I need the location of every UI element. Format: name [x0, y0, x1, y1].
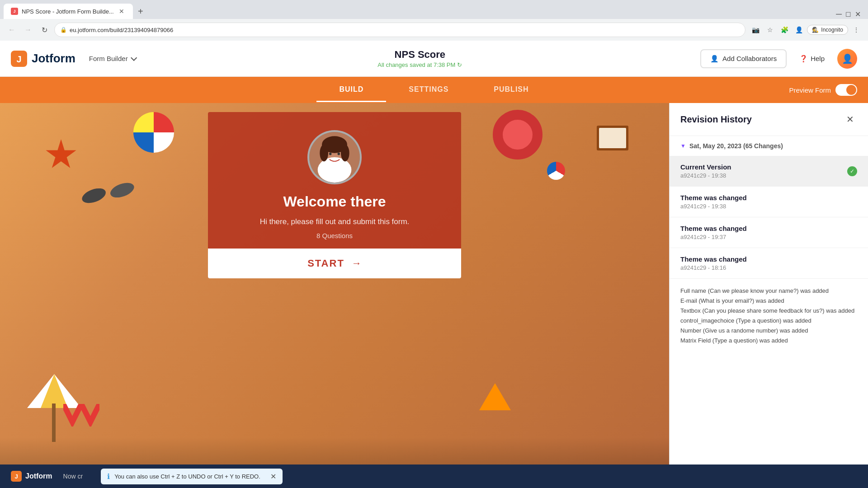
nav-actions: 📷 ☆ 🧩 👤 🕵 Incognito ⋮	[749, 23, 863, 36]
bottom-logo-icon: J	[11, 471, 22, 482]
svg-point-8	[329, 153, 332, 155]
revision-change-4: Number (Give us a randome number) was ad…	[680, 326, 857, 336]
revision-change-0: Full name (Can we please know your name?…	[680, 286, 857, 296]
form-welcome-title: Welcome there	[226, 193, 443, 210]
extensions-button[interactable]: 🧩	[778, 23, 791, 36]
revision-list: Current Version a9241c29 - 19:38 ✓ Theme…	[670, 156, 868, 465]
person-add-icon: 👤	[710, 55, 719, 63]
svg-text:J: J	[14, 473, 18, 480]
info-toast: ℹ You can also use Ctrl + Z to UNDO or C…	[101, 469, 283, 484]
triangle-decoration	[479, 383, 511, 410]
bookmark-button[interactable]: ☆	[764, 23, 776, 36]
refresh-button[interactable]: ↻	[38, 23, 51, 36]
header-center: NPS Score All changes saved at 7:38 PM ↻	[149, 49, 691, 68]
avatar[interactable]: 👤	[837, 49, 857, 69]
bottom-logo-text: Jotform	[25, 472, 52, 480]
form-card: Welcome there Hi there, please fill out …	[208, 112, 461, 278]
form-description: Hi there, please fill out and submit thi…	[226, 217, 443, 226]
bottom-bar: J Jotform Now cr ℹ You can also use Ctrl…	[0, 465, 868, 488]
active-tab[interactable]: J NPS Score - Jotform Form Builde... ✕	[4, 4, 133, 19]
starfish-decoration	[45, 139, 77, 171]
save-status: All changes saved at 7:38 PM ↻	[377, 61, 462, 68]
revision-item-2-title: Theme was changed	[680, 225, 857, 232]
address-bar[interactable]: 🔒 eu.jotform.com/build/231394094879066	[54, 23, 745, 37]
revision-changes-list: Full name (Can we please know your name?…	[670, 279, 868, 353]
start-label: START	[307, 258, 344, 269]
flip-flops-decoration	[80, 176, 136, 210]
camera-button[interactable]: 📷	[749, 23, 762, 36]
revision-item-title: Current Version	[680, 163, 731, 171]
add-collaborators-button[interactable]: 👤 Add Collaborators	[700, 49, 787, 68]
tab-build[interactable]: BUILD	[316, 78, 386, 102]
donut-decoration	[493, 110, 542, 160]
current-version-badge: ✓	[847, 166, 857, 176]
back-button[interactable]: ←	[5, 23, 18, 36]
revision-date-text: Sat, May 20, 2023 (65 Changes)	[689, 142, 783, 150]
revision-item-3-subtitle: a9241c29 - 18:16	[680, 264, 857, 271]
tab-settings[interactable]: SETTINGS	[386, 78, 471, 102]
logo-area: J Jotform	[11, 51, 75, 67]
bottom-status-text: Now cr	[63, 473, 83, 480]
revision-date: ▼ Sat, May 20, 2023 (65 Changes)	[670, 136, 868, 156]
tab-close-button[interactable]: ✕	[118, 7, 126, 15]
form-builder-button[interactable]: Form Builder	[85, 52, 140, 65]
revision-item-2[interactable]: Theme was changed a9241c29 - 19:37	[670, 217, 868, 248]
svg-point-9	[338, 153, 340, 155]
revision-item-1[interactable]: Theme was changed a9241c29 - 19:38	[670, 187, 868, 217]
toast-close-button[interactable]: ✕	[270, 472, 276, 481]
maximize-button[interactable]: ☐	[845, 11, 851, 18]
app-header: J Jotform Form Builder NPS Score All cha…	[0, 41, 868, 77]
preview-form-toggle[interactable]: Preview Form	[789, 84, 857, 96]
form-avatar	[307, 130, 362, 184]
beach-ball-decoration	[133, 112, 174, 153]
address-text: eu.jotform.com/build/231394094879066	[70, 27, 173, 33]
revision-item-3-title: Theme was changed	[680, 255, 857, 263]
bottom-logo: J Jotform	[11, 471, 52, 482]
help-button[interactable]: ❓ Help	[794, 51, 830, 66]
form-canvas: Welcome there Hi there, please fill out …	[0, 103, 669, 465]
tab-title: NPS Score - Jotform Form Builde...	[22, 8, 114, 15]
avatar-image: 👤	[842, 53, 853, 64]
menu-button[interactable]: ⋮	[850, 23, 863, 36]
revision-item-3[interactable]: Theme was changed a9241c29 - 18:16	[670, 248, 868, 279]
form-questions-count: 8 Questions	[226, 232, 443, 239]
revision-item-1-subtitle: a9241c29 - 19:38	[680, 203, 857, 210]
revision-title: Revision History	[680, 114, 752, 125]
toolbar-tabs: BUILD SETTINGS PUBLISH	[316, 78, 551, 102]
toolbar: BUILD SETTINGS PUBLISH Preview Form	[0, 77, 868, 103]
revision-panel-header: Revision History ✕	[670, 103, 868, 136]
toggle-knob	[846, 85, 856, 95]
tab-favicon: J	[11, 8, 18, 15]
minimize-button[interactable]: ─	[836, 9, 842, 19]
close-window-button[interactable]: ✕	[855, 10, 861, 19]
preview-toggle-switch[interactable]	[835, 84, 857, 96]
tab-publish[interactable]: PUBLISH	[471, 78, 551, 102]
revision-item-subtitle: a9241c29 - 19:38	[680, 172, 731, 179]
jotform-logo-icon: J	[11, 51, 27, 67]
revision-item-current[interactable]: Current Version a9241c29 - 19:38 ✓	[670, 156, 868, 187]
expand-arrow-icon: ▼	[680, 143, 686, 149]
help-icon: ❓	[799, 55, 808, 63]
forward-button[interactable]: →	[22, 23, 34, 36]
bottom-gradient	[0, 437, 669, 465]
lock-icon: 🔒	[60, 27, 67, 33]
chevron-down-icon	[131, 54, 137, 61]
main-content: Welcome there Hi there, please fill out …	[0, 103, 868, 465]
app: J Jotform Form Builder NPS Score All cha…	[0, 41, 868, 488]
refresh-icon: ↻	[457, 61, 462, 68]
help-label: Help	[811, 55, 825, 62]
revision-change-2: Textbox (Can you please share some feedb…	[680, 306, 857, 316]
revision-item-header: Current Version a9241c29 - 19:38 ✓	[680, 163, 857, 179]
header-actions: 👤 Add Collaborators ❓ Help 👤	[700, 49, 857, 69]
svg-point-7	[341, 145, 349, 161]
logo-text: Jotform	[32, 52, 75, 66]
svg-point-6	[320, 145, 328, 161]
profile-button[interactable]: 👤	[793, 23, 805, 36]
book-decoration	[597, 126, 628, 150]
canvas-background: Welcome there Hi there, please fill out …	[0, 103, 669, 465]
revision-change-5: Matrix Field (Type a question) was added	[680, 336, 857, 346]
new-tab-button[interactable]: +	[133, 4, 148, 19]
start-button[interactable]: START →	[208, 249, 461, 278]
close-revision-panel-button[interactable]: ✕	[843, 112, 857, 127]
toast-message: You can also use Ctrl + Z to UNDO or Ctr…	[114, 473, 260, 480]
